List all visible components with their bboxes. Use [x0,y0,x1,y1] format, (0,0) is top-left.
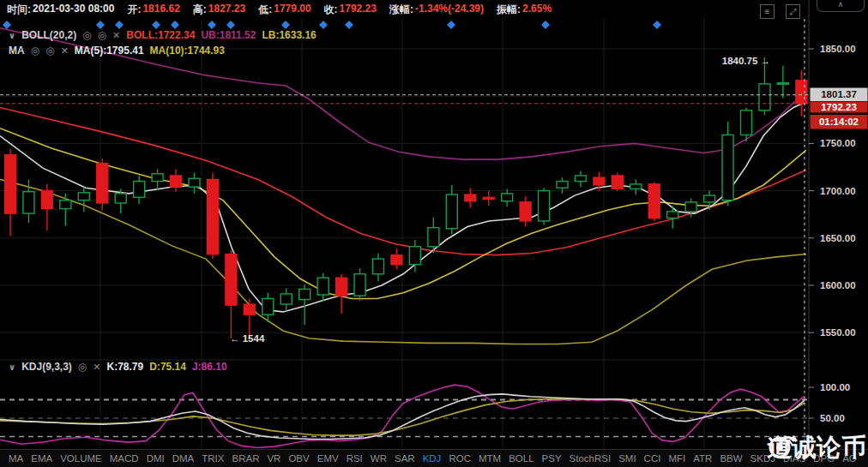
candle-body-up [575,176,586,182]
price-axis-label: 1750.00 [820,138,856,148]
tab-vr[interactable]: VR [267,453,280,464]
collapse-chevron-icon[interactable]: ∨ [9,31,15,40]
candle-body-down [244,304,255,314]
tab-ma[interactable]: MA [9,453,23,464]
tab-stochrsi[interactable]: StochRSI [570,453,612,464]
tab-ema[interactable]: EMA [31,453,52,464]
axis-collapse-chevron[interactable]: ∧ [817,0,865,12]
candle-body-up [539,191,550,221]
tab-volume[interactable]: VOLUME [60,453,102,464]
indicator-value-2: J:86.10 [192,361,227,373]
countdown-badge-text: 01:14:02 [819,117,859,127]
price-axis-label: 1700.00 [820,186,856,196]
ohlc-info-bar: 时间:2021-03-30 08:00开:1816.62高:1827.23低:1… [0,0,868,19]
indicator-value-1: MA(10):1744.93 [150,45,225,57]
tab-mfi[interactable]: MFI [668,453,685,464]
indicator-row-boll[interactable]: ∨BOLL(20,2)◎◎✕BOLL:1722.34UB:1811.52LB:1… [9,28,316,42]
indicator-panel-icon[interactable]: ≡ [760,4,775,19]
tab-roc[interactable]: ROC [449,453,471,464]
candle-body-up [317,278,329,295]
indicator-value-2: LB:1633.16 [262,29,316,41]
candle-body-down [336,278,347,296]
candle-body-down [796,81,807,104]
indicator-value-1: UB:1811.52 [201,29,256,41]
tab-trix[interactable]: TRIX [202,453,224,464]
visibility-eye-icon[interactable]: ◎ [98,29,106,41]
signal-diamond [541,21,550,29]
visibility-eye-icon[interactable]: ◎ [82,29,91,41]
candle-body-up [428,228,439,247]
tab-wr[interactable]: WR [371,453,387,464]
ohlc-field-5: 涨幅:-1.34%(-24.39) [389,3,484,17]
ohlc-field-0: 时间:2021-03-30 08:00 [7,3,114,17]
price-axis-label: 1650.00 [820,233,856,243]
candle-body-up [759,84,770,111]
tab-emv[interactable]: EMV [317,453,339,464]
tab-smi[interactable]: SMI [618,453,636,464]
indicator-value-0: BOLL:1722.34 [126,29,195,41]
overlay-line-boll-mid [0,107,806,254]
tab-cci[interactable]: CCI [644,453,661,464]
candle-body-up [777,83,788,85]
tab-macd[interactable]: MACD [110,453,139,464]
ohlc-field-2: 高:1827.23 [193,3,245,17]
collapse-chevron-icon[interactable]: ∨ [9,362,15,372]
candle-body-down [483,197,494,199]
tab-sar[interactable]: SAR [395,453,415,464]
candle-body-up [115,194,126,203]
candle-body-down [391,255,402,265]
candle-body-down [520,202,531,221]
visibility-eye-icon[interactable]: ◎ [31,45,39,57]
close-icon[interactable]: ✕ [93,362,100,373]
close-icon[interactable]: ✕ [61,45,69,57]
tab-bbw[interactable]: BBW [720,453,742,464]
indicator-row-kdj[interactable]: ∨KDJ(9,3,3)◎✕K:78.79D:75.14J:86.10 [9,360,227,374]
candle-body-up [23,192,34,213]
indicator-row-ma[interactable]: MA◎◎✕MA(5):1795.41MA(10):1744.93 [9,44,225,57]
indicator-value-1: D:75.14 [149,361,186,373]
annotation-1: ← 1544 [230,333,265,344]
candle-body-down [594,177,605,185]
close-price-badge-text: 1792.23 [821,102,857,112]
candle-body-down [41,191,52,209]
candle-body-up [152,174,163,182]
ohlc-field-4: 收:1792.23 [324,3,377,17]
tab-brar[interactable]: BRAR [232,453,259,464]
candle-body-down [612,176,623,189]
candle-body-up [78,193,89,201]
ohlc-field-3: 低:1779.00 [258,3,310,17]
tab-atr[interactable]: ATR [693,453,712,464]
signal-diamond [345,21,353,29]
signal-diamond [319,21,328,29]
visibility-eye-icon[interactable]: ◎ [78,361,87,373]
price-axis-label: 1600.00 [820,280,856,290]
tab-mtm[interactable]: MTM [479,453,501,464]
signal-diamond [653,21,661,29]
candle-body-up [741,111,752,135]
candle-body-up [502,194,513,201]
tab-dmi[interactable]: DMI [147,453,165,464]
signal-diamond [447,21,455,29]
tab-boll[interactable]: BOLL [509,453,533,464]
visibility-eye-icon[interactable]: ◎ [45,45,54,57]
indicator-name: BOLL(20,2) [21,29,76,41]
candle-body-up [704,195,715,202]
ohlc-field-1: 开:1816.62 [127,3,179,17]
close-icon[interactable]: ✕ [112,30,120,41]
tab-dma[interactable]: DMA [172,453,195,464]
annotation-0: 1840.75 → [722,56,770,66]
tab-kdj[interactable]: KDJ [423,453,442,464]
candle-body-down [648,184,660,219]
expand-icon[interactable]: ⤢ [786,4,800,19]
watermark-logo-icon [767,431,796,460]
watermark: 道诚论币 [767,431,866,465]
candle-body-up [409,247,420,265]
indicator-name: MA [9,45,25,57]
tab-obv[interactable]: OBV [288,453,309,464]
tab-rsi[interactable]: RSI [347,453,363,464]
tab-psy[interactable]: PSY [542,453,562,464]
candlestick-chart[interactable]: 1840.75 →← 15441850.001750.001700.001650… [0,0,868,467]
candle-body-down [207,179,218,254]
ohlc-field-6: 振幅:2.65% [497,3,552,17]
candle-body-up [134,182,145,198]
